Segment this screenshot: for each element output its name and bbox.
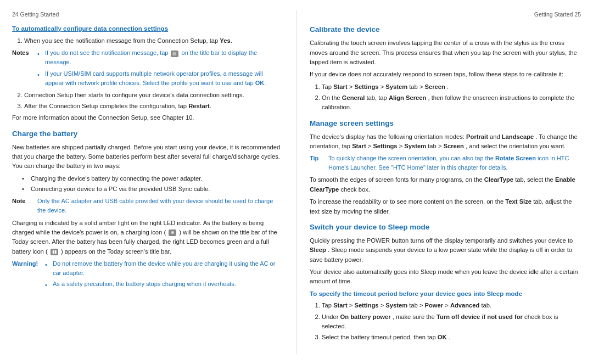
sleep-p1: Quickly pressing the POWER button turns … bbox=[310, 236, 581, 265]
auto-config-title: To automatically configure data connecti… bbox=[12, 24, 283, 34]
left-column: 24 Getting Started To automatically conf… bbox=[12, 10, 296, 354]
manage-p1: The device's display has the following o… bbox=[310, 132, 581, 152]
calibrate-steps: Tap Start > Settings > System tab > Scre… bbox=[322, 82, 581, 113]
sleep-section: Switch your device to Sleep mode Quickly… bbox=[310, 222, 581, 343]
charge-bullet2: • Connecting your device to a PC via the… bbox=[22, 184, 283, 194]
note-only-ac: Note Only the AC adapter and USB cable p… bbox=[12, 197, 283, 215]
sleep-steps: Tap Start > Settings > System tab > Powe… bbox=[322, 301, 581, 342]
calibrate-p2: If your device does not accurately respo… bbox=[310, 70, 581, 79]
warning-bullet2: • As a safety precaution, the battery st… bbox=[45, 279, 283, 290]
charge-title: Charge the battery bbox=[12, 128, 283, 140]
right-page-number: Getting Started 25 bbox=[534, 10, 581, 19]
warning-block: Warning! • Do not remove the battery fro… bbox=[12, 259, 283, 290]
charge-section: Charge the battery New batteries are shi… bbox=[12, 128, 283, 290]
charging-icon: ⊕ bbox=[169, 229, 176, 236]
manage-p3: To increase the readability or to see mo… bbox=[310, 197, 581, 216]
sleep-step1: Tap Start > Settings > System tab > Powe… bbox=[322, 301, 581, 310]
page: 24 Getting Started To automatically conf… bbox=[0, 0, 593, 364]
auto-config-step3: After the Connection Setup completes the… bbox=[24, 102, 283, 111]
warning-bullet1: • Do not remove the battery from the dev… bbox=[45, 259, 283, 278]
manage-title: Manage screen settings bbox=[310, 118, 581, 130]
tip-block: Tip To quickly change the screen orienta… bbox=[310, 154, 581, 172]
calibrate-step2: On the General tab, tap Align Screen , t… bbox=[322, 93, 581, 113]
sleep-title: Switch your device to Sleep mode bbox=[310, 222, 581, 233]
sleep-step3: Select the battery timeout period, then … bbox=[322, 333, 581, 342]
auto-config-step1: When you see the notification message fr… bbox=[24, 36, 283, 46]
notes-block: Notes • If you do not see the notificati… bbox=[12, 48, 283, 87]
manage-p2: To smooth the edges of screen fonts for … bbox=[310, 175, 581, 194]
auto-config-more: For more information about the Connectio… bbox=[12, 113, 283, 122]
charge-bullet1: • Charging the device's battery by conne… bbox=[22, 174, 283, 183]
calibrate-section: Calibrate the device Calibrating the tou… bbox=[310, 24, 581, 112]
right-page-header: Getting Started 25 bbox=[310, 10, 581, 19]
sleep-step2: Under On battery power , make sure the T… bbox=[322, 312, 581, 332]
left-page-number: 24 Getting Started bbox=[12, 10, 59, 19]
calibrate-step1: Tap Start > Settings > System tab > Scre… bbox=[322, 82, 581, 92]
calibrate-title: Calibrate the device bbox=[310, 24, 581, 36]
full-battery-icon: ▮▮ bbox=[51, 249, 58, 255]
sleep-p2: Your device also automatically goes into… bbox=[310, 267, 581, 287]
charge-p2: Charging is indicated by a solid amber l… bbox=[12, 219, 283, 256]
notification-icon: ▤ bbox=[171, 51, 178, 57]
notes-content: • If you do not see the notification mes… bbox=[37, 48, 283, 87]
calibrate-p1: Calibrating the touch screen involves ta… bbox=[310, 38, 581, 67]
auto-config-section: To automatically configure data connecti… bbox=[12, 24, 283, 122]
left-page-header: 24 Getting Started bbox=[12, 10, 283, 19]
note2: • If your USIM/SIM card supports multipl… bbox=[37, 69, 283, 88]
note1: • If you do not see the notification mes… bbox=[37, 48, 283, 67]
warning-content: • Do not remove the battery from the dev… bbox=[45, 259, 283, 290]
right-column: Getting Started 25 Calibrate the device … bbox=[296, 10, 581, 354]
auto-config-step2: Connection Setup then starts to configur… bbox=[24, 91, 283, 100]
manage-section: Manage screen settings The device's disp… bbox=[310, 118, 581, 216]
charge-p1: New batteries are shipped partially char… bbox=[12, 143, 283, 171]
sleep-specify-label: To specify the timeout period before you… bbox=[310, 289, 581, 299]
